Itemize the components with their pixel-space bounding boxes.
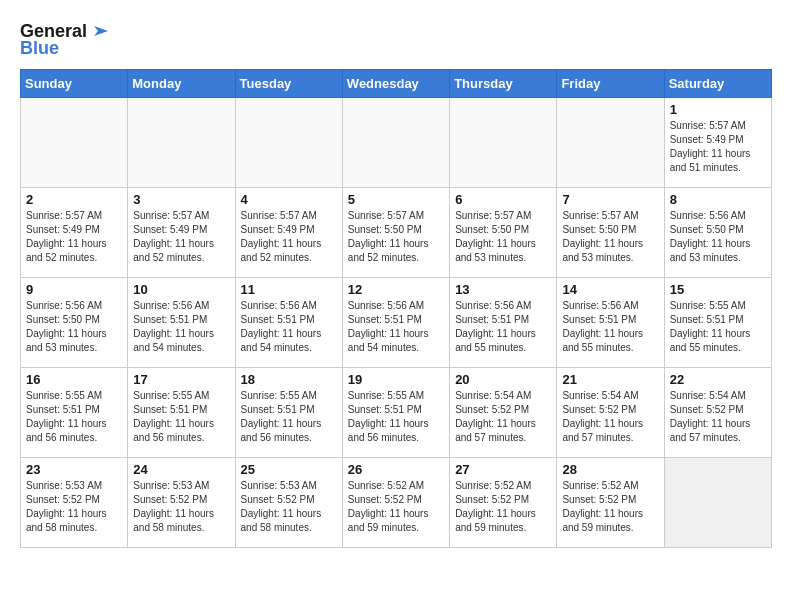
weekday-header-sunday: Sunday — [21, 70, 128, 98]
day-info: Sunrise: 5:56 AM Sunset: 5:51 PM Dayligh… — [133, 299, 229, 355]
day-info: Sunrise: 5:57 AM Sunset: 5:49 PM Dayligh… — [241, 209, 337, 265]
weekday-header-saturday: Saturday — [664, 70, 771, 98]
day-number: 2 — [26, 192, 122, 207]
day-number: 7 — [562, 192, 658, 207]
calendar-cell: 7Sunrise: 5:57 AM Sunset: 5:50 PM Daylig… — [557, 188, 664, 278]
day-number: 9 — [26, 282, 122, 297]
day-number: 16 — [26, 372, 122, 387]
day-number: 27 — [455, 462, 551, 477]
calendar-cell: 15Sunrise: 5:55 AM Sunset: 5:51 PM Dayli… — [664, 278, 771, 368]
day-number: 23 — [26, 462, 122, 477]
calendar-cell: 19Sunrise: 5:55 AM Sunset: 5:51 PM Dayli… — [342, 368, 449, 458]
day-number: 22 — [670, 372, 766, 387]
logo: General Blue — [20, 20, 112, 59]
day-info: Sunrise: 5:55 AM Sunset: 5:51 PM Dayligh… — [348, 389, 444, 445]
day-number: 21 — [562, 372, 658, 387]
calendar-cell — [128, 98, 235, 188]
calendar-cell: 3Sunrise: 5:57 AM Sunset: 5:49 PM Daylig… — [128, 188, 235, 278]
calendar-cell — [557, 98, 664, 188]
calendar-cell: 28Sunrise: 5:52 AM Sunset: 5:52 PM Dayli… — [557, 458, 664, 548]
day-number: 26 — [348, 462, 444, 477]
weekday-header-friday: Friday — [557, 70, 664, 98]
calendar-cell — [21, 98, 128, 188]
day-info: Sunrise: 5:56 AM Sunset: 5:51 PM Dayligh… — [348, 299, 444, 355]
day-info: Sunrise: 5:55 AM Sunset: 5:51 PM Dayligh… — [670, 299, 766, 355]
day-info: Sunrise: 5:57 AM Sunset: 5:50 PM Dayligh… — [455, 209, 551, 265]
day-info: Sunrise: 5:57 AM Sunset: 5:49 PM Dayligh… — [670, 119, 766, 175]
day-number: 15 — [670, 282, 766, 297]
day-info: Sunrise: 5:57 AM Sunset: 5:49 PM Dayligh… — [26, 209, 122, 265]
calendar-cell: 27Sunrise: 5:52 AM Sunset: 5:52 PM Dayli… — [450, 458, 557, 548]
weekday-header-row: SundayMondayTuesdayWednesdayThursdayFrid… — [21, 70, 772, 98]
calendar-cell: 20Sunrise: 5:54 AM Sunset: 5:52 PM Dayli… — [450, 368, 557, 458]
day-number: 6 — [455, 192, 551, 207]
day-info: Sunrise: 5:55 AM Sunset: 5:51 PM Dayligh… — [26, 389, 122, 445]
day-info: Sunrise: 5:56 AM Sunset: 5:50 PM Dayligh… — [26, 299, 122, 355]
day-number: 19 — [348, 372, 444, 387]
day-info: Sunrise: 5:57 AM Sunset: 5:50 PM Dayligh… — [348, 209, 444, 265]
day-number: 5 — [348, 192, 444, 207]
day-number: 4 — [241, 192, 337, 207]
calendar-cell: 18Sunrise: 5:55 AM Sunset: 5:51 PM Dayli… — [235, 368, 342, 458]
day-info: Sunrise: 5:52 AM Sunset: 5:52 PM Dayligh… — [455, 479, 551, 535]
calendar-cell: 4Sunrise: 5:57 AM Sunset: 5:49 PM Daylig… — [235, 188, 342, 278]
day-info: Sunrise: 5:54 AM Sunset: 5:52 PM Dayligh… — [455, 389, 551, 445]
calendar-cell: 10Sunrise: 5:56 AM Sunset: 5:51 PM Dayli… — [128, 278, 235, 368]
day-number: 11 — [241, 282, 337, 297]
svg-marker-0 — [94, 26, 108, 36]
calendar-cell: 16Sunrise: 5:55 AM Sunset: 5:51 PM Dayli… — [21, 368, 128, 458]
day-info: Sunrise: 5:55 AM Sunset: 5:51 PM Dayligh… — [133, 389, 229, 445]
day-number: 14 — [562, 282, 658, 297]
weekday-header-thursday: Thursday — [450, 70, 557, 98]
day-number: 13 — [455, 282, 551, 297]
calendar-cell: 23Sunrise: 5:53 AM Sunset: 5:52 PM Dayli… — [21, 458, 128, 548]
calendar-cell: 24Sunrise: 5:53 AM Sunset: 5:52 PM Dayli… — [128, 458, 235, 548]
calendar-cell: 9Sunrise: 5:56 AM Sunset: 5:50 PM Daylig… — [21, 278, 128, 368]
logo-arrow-icon — [90, 20, 112, 42]
calendar-cell: 5Sunrise: 5:57 AM Sunset: 5:50 PM Daylig… — [342, 188, 449, 278]
calendar-cell: 17Sunrise: 5:55 AM Sunset: 5:51 PM Dayli… — [128, 368, 235, 458]
calendar-cell: 8Sunrise: 5:56 AM Sunset: 5:50 PM Daylig… — [664, 188, 771, 278]
day-number: 1 — [670, 102, 766, 117]
calendar-cell — [450, 98, 557, 188]
day-number: 3 — [133, 192, 229, 207]
calendar-cell — [342, 98, 449, 188]
calendar-cell: 11Sunrise: 5:56 AM Sunset: 5:51 PM Dayli… — [235, 278, 342, 368]
day-number: 28 — [562, 462, 658, 477]
calendar-cell: 13Sunrise: 5:56 AM Sunset: 5:51 PM Dayli… — [450, 278, 557, 368]
day-info: Sunrise: 5:56 AM Sunset: 5:51 PM Dayligh… — [562, 299, 658, 355]
calendar-week-5: 23Sunrise: 5:53 AM Sunset: 5:52 PM Dayli… — [21, 458, 772, 548]
day-info: Sunrise: 5:53 AM Sunset: 5:52 PM Dayligh… — [241, 479, 337, 535]
weekday-header-monday: Monday — [128, 70, 235, 98]
calendar-table: SundayMondayTuesdayWednesdayThursdayFrid… — [20, 69, 772, 548]
day-number: 12 — [348, 282, 444, 297]
logo-blue: Blue — [20, 38, 59, 59]
day-info: Sunrise: 5:56 AM Sunset: 5:50 PM Dayligh… — [670, 209, 766, 265]
day-number: 25 — [241, 462, 337, 477]
day-info: Sunrise: 5:55 AM Sunset: 5:51 PM Dayligh… — [241, 389, 337, 445]
calendar-cell: 25Sunrise: 5:53 AM Sunset: 5:52 PM Dayli… — [235, 458, 342, 548]
calendar-cell: 26Sunrise: 5:52 AM Sunset: 5:52 PM Dayli… — [342, 458, 449, 548]
weekday-header-wednesday: Wednesday — [342, 70, 449, 98]
day-info: Sunrise: 5:52 AM Sunset: 5:52 PM Dayligh… — [562, 479, 658, 535]
calendar-cell: 14Sunrise: 5:56 AM Sunset: 5:51 PM Dayli… — [557, 278, 664, 368]
calendar-cell: 2Sunrise: 5:57 AM Sunset: 5:49 PM Daylig… — [21, 188, 128, 278]
day-number: 10 — [133, 282, 229, 297]
day-number: 17 — [133, 372, 229, 387]
day-number: 8 — [670, 192, 766, 207]
page-header: General Blue — [20, 20, 772, 59]
calendar-cell: 21Sunrise: 5:54 AM Sunset: 5:52 PM Dayli… — [557, 368, 664, 458]
calendar-cell — [664, 458, 771, 548]
day-info: Sunrise: 5:57 AM Sunset: 5:49 PM Dayligh… — [133, 209, 229, 265]
calendar-week-3: 9Sunrise: 5:56 AM Sunset: 5:50 PM Daylig… — [21, 278, 772, 368]
calendar-week-1: 1Sunrise: 5:57 AM Sunset: 5:49 PM Daylig… — [21, 98, 772, 188]
day-info: Sunrise: 5:54 AM Sunset: 5:52 PM Dayligh… — [670, 389, 766, 445]
calendar-cell: 1Sunrise: 5:57 AM Sunset: 5:49 PM Daylig… — [664, 98, 771, 188]
day-number: 24 — [133, 462, 229, 477]
day-info: Sunrise: 5:57 AM Sunset: 5:50 PM Dayligh… — [562, 209, 658, 265]
calendar-cell: 6Sunrise: 5:57 AM Sunset: 5:50 PM Daylig… — [450, 188, 557, 278]
day-number: 18 — [241, 372, 337, 387]
day-info: Sunrise: 5:56 AM Sunset: 5:51 PM Dayligh… — [455, 299, 551, 355]
day-info: Sunrise: 5:53 AM Sunset: 5:52 PM Dayligh… — [26, 479, 122, 535]
calendar-cell — [235, 98, 342, 188]
